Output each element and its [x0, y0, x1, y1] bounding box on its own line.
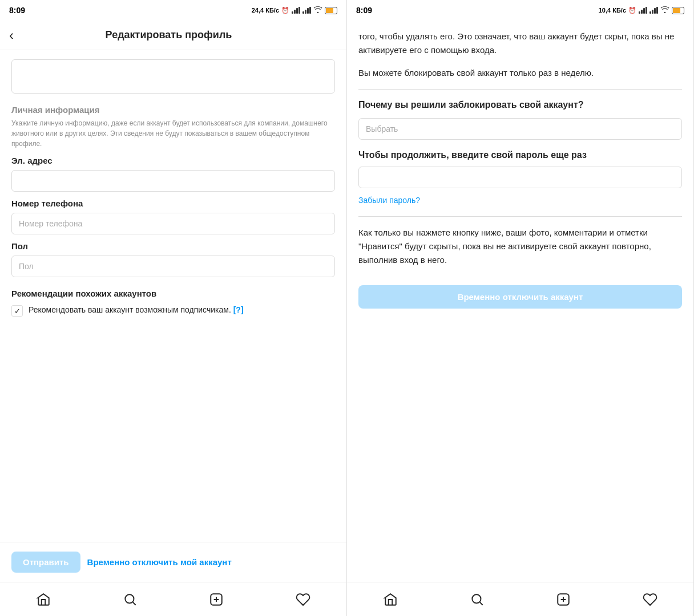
help-link[interactable]: [?]	[233, 305, 244, 314]
nav-add-right[interactable]	[547, 587, 580, 611]
nav-heart-right[interactable]	[634, 587, 667, 611]
phone-label: Номер телефона	[11, 198, 335, 208]
right-content: того, чтобы удалять его. Это означает, ч…	[347, 21, 693, 318]
phone-input[interactable]	[11, 213, 335, 234]
time-right: 8:09	[356, 6, 372, 15]
password-input[interactable]	[358, 167, 682, 188]
nav-home-left[interactable]	[27, 587, 60, 611]
nav-search-left[interactable]	[114, 587, 147, 611]
submit-button[interactable]: Отправить	[11, 552, 80, 573]
intro-text-2: Вы можете блокировать свой аккаунт тольк…	[358, 66, 682, 80]
disable-account-button[interactable]: Временно отключить аккаунт	[358, 285, 682, 309]
divider-2	[358, 216, 682, 217]
edit-profile-header: ‹ Редактировать профиль	[0, 21, 346, 50]
intro-text-1: того, чтобы удалять его. Это означает, ч…	[358, 30, 682, 57]
nav-search-right[interactable]	[461, 587, 494, 611]
page-title: Редактировать профиль	[21, 29, 317, 41]
gender-label: Пол	[11, 241, 335, 251]
email-input[interactable]	[11, 170, 335, 192]
battery-icon-right	[672, 7, 684, 14]
alarm-icon-right: ⏰	[628, 7, 636, 14]
signal-icon	[292, 7, 300, 14]
speed-right: 10,4 КБ/с	[599, 7, 626, 14]
right-panel: 8:09 10,4 КБ/с ⏰	[347, 0, 694, 616]
footer-buttons: Отправить Временно отключить мой аккаунт	[0, 542, 346, 582]
recommend-checkbox[interactable]: ✓	[11, 305, 23, 317]
bottom-nav-right	[347, 582, 693, 616]
edit-profile-content: Личная информация Укажите личную информа…	[0, 50, 346, 542]
wifi-icon-right	[660, 6, 669, 14]
alarm-icon: ⏰	[281, 7, 289, 14]
recommend-checkbox-row: ✓ Рекомендовать ваш аккаунт возможным по…	[11, 304, 335, 317]
left-panel: 8:09 24,4 КБ/с ⏰	[0, 0, 347, 616]
back-button[interactable]: ‹	[9, 29, 14, 42]
signal-icon-r1	[639, 7, 647, 14]
nav-home-right[interactable]	[374, 587, 407, 611]
email-label: Эл. адрес	[11, 156, 335, 165]
svg-point-2	[472, 594, 481, 603]
status-right-left: 24,4 КБ/с ⏰	[252, 6, 337, 14]
question-title: Почему вы решили заблокировать свой акка…	[358, 99, 682, 111]
status-bar-right: 8:09 10,4 КБ/с ⏰	[347, 0, 693, 21]
wifi-icon	[313, 6, 322, 14]
disable-account-content: того, чтобы удалять его. Это означает, ч…	[347, 21, 693, 582]
signal-icon-r2	[649, 7, 658, 14]
status-right-right: 10,4 КБ/с ⏰	[599, 6, 684, 14]
battery-icon-left	[325, 7, 337, 14]
speed-left: 24,4 КБ/с	[252, 7, 279, 14]
time-left: 8:09	[9, 6, 25, 15]
personal-info-title: Личная информация	[11, 105, 335, 115]
personal-info-section: Личная информация Укажите личную информа…	[11, 105, 335, 149]
nav-add-left[interactable]	[200, 587, 233, 611]
disable-account-link[interactable]: Временно отключить мой аккаунт	[87, 557, 232, 567]
recommend-label: Рекомендовать ваш аккаунт возможным подп…	[29, 304, 244, 316]
status-bar-left: 8:09 24,4 КБ/с ⏰	[0, 0, 346, 21]
recommendations-title: Рекомендации похожих аккаунтов	[11, 289, 335, 298]
svg-point-0	[125, 594, 134, 603]
password-label: Чтобы продолжить, введите свой пароль ещ…	[358, 149, 682, 161]
personal-info-desc: Укажите личную информацию, даже если акк…	[11, 118, 335, 149]
bio-field[interactable]	[11, 59, 335, 94]
recommendations-section: Рекомендации похожих аккаунтов ✓ Рекомен…	[11, 289, 335, 317]
reason-select[interactable]: Выбрать	[358, 118, 682, 140]
divider-1	[358, 89, 682, 90]
bottom-nav-left	[0, 582, 346, 616]
footer-text: Как только вы нажмете кнопку ниже, ваши …	[358, 226, 682, 267]
form-section: Личная информация Укажите личную информа…	[0, 50, 346, 326]
forgot-password-link[interactable]: Забыли пароль?	[358, 194, 420, 206]
gender-input[interactable]	[11, 256, 335, 277]
signal-icon-2	[302, 7, 311, 14]
nav-heart-left[interactable]	[287, 587, 320, 611]
